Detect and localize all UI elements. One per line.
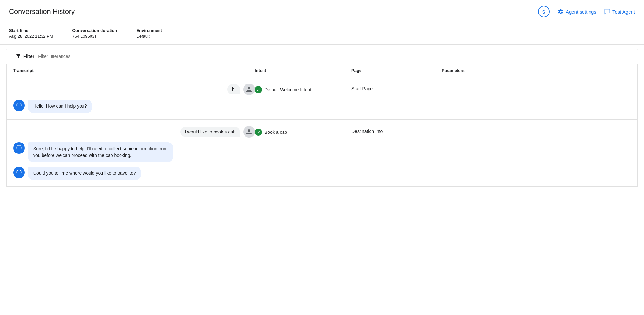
filter-bar: Filter xyxy=(6,49,638,64)
start-time-label: Start time xyxy=(9,28,53,33)
table-header: Transcript Intent Page Parameters xyxy=(7,64,637,77)
filter-input[interactable] xyxy=(38,54,135,59)
agent-message-row-2b: Could you tell me where would you like t… xyxy=(13,167,255,180)
environment-info: Environment Default xyxy=(136,28,162,39)
headset-icon-1 xyxy=(16,102,22,109)
params-col-2 xyxy=(442,126,631,129)
col-transcript: Transcript xyxy=(13,68,255,73)
page-col-2: Destination Info xyxy=(351,126,442,134)
gear-icon xyxy=(557,8,564,15)
checkmark-icon xyxy=(256,87,261,92)
agent-bubble-1: Hello! How can I help you? xyxy=(28,100,92,113)
avatar: S xyxy=(538,6,550,17)
header: Conversation History S Agent settings Te… xyxy=(0,0,644,22)
check-icon-2 xyxy=(255,129,262,136)
intent-col-2: Book a cab xyxy=(255,126,351,136)
agent-avatar-1 xyxy=(13,100,25,111)
agent-bubble-2a: Sure, I'd be happy to help. I'll need to… xyxy=(28,142,173,162)
agent-bubble-2b: Could you tell me where would you like t… xyxy=(28,167,141,180)
environment-value: Default xyxy=(136,34,162,39)
checkmark-icon-2 xyxy=(256,130,261,134)
chat-icon xyxy=(604,8,610,15)
headset-icon-2a xyxy=(16,145,22,151)
environment-label: Environment xyxy=(136,28,162,33)
conversation-table: Transcript Intent Page Parameters hi xyxy=(6,64,638,187)
agent-settings-label: Agent settings xyxy=(566,9,596,15)
agent-message-row-1: Hello! How can I help you? xyxy=(13,100,255,113)
user-message-row-1: hi xyxy=(13,84,255,95)
intent-badge-2: Book a cab xyxy=(255,129,287,136)
test-agent-label: Test Agent xyxy=(612,9,635,15)
agent-settings-button[interactable]: Agent settings xyxy=(557,8,596,15)
col-intent: Intent xyxy=(255,68,351,73)
table-row: hi Hello! How can I help you? xyxy=(7,77,637,120)
meta-bar: Start time Aug 28, 2022 11:32 PM Convers… xyxy=(0,22,644,45)
user-bubble-1: hi xyxy=(227,84,240,94)
duration-label: Conversation duration xyxy=(72,28,117,33)
start-time-value: Aug 28, 2022 11:32 PM xyxy=(9,34,53,39)
duration-value: 764.109603s xyxy=(72,34,117,39)
user-avatar-2 xyxy=(243,126,255,138)
page-title: Conversation History xyxy=(9,7,75,16)
intent-name-2: Book a cab xyxy=(264,130,287,135)
filter-button[interactable]: Filter xyxy=(15,54,34,59)
params-col-1 xyxy=(442,84,631,86)
check-icon-1 xyxy=(255,86,262,93)
agent-avatar-2b xyxy=(13,167,25,178)
intent-name-1: Default Welcome Intent xyxy=(264,87,311,92)
test-agent-button[interactable]: Test Agent xyxy=(604,8,635,15)
intent-badge-1: Default Welcome Intent xyxy=(255,86,311,93)
table-row: I would like to book a cab Sure, I'd be … xyxy=(7,120,637,187)
person-icon xyxy=(246,86,252,93)
col-parameters: Parameters xyxy=(442,68,631,73)
filter-label: Filter xyxy=(23,54,34,59)
transcript-col-1: hi Hello! How can I help you? xyxy=(13,84,255,113)
agent-avatar-2a xyxy=(13,142,25,154)
page-col-1: Start Page xyxy=(351,84,442,91)
user-avatar-1 xyxy=(243,84,255,95)
start-time-info: Start time Aug 28, 2022 11:32 PM xyxy=(9,28,53,39)
duration-info: Conversation duration 764.109603s xyxy=(72,28,117,39)
agent-message-row-2a: Sure, I'd be happy to help. I'll need to… xyxy=(13,142,255,162)
person-icon-2 xyxy=(246,129,252,135)
intent-col-1: Default Welcome Intent xyxy=(255,84,351,93)
headset-icon-2b xyxy=(16,169,22,176)
col-page: Page xyxy=(351,68,442,73)
user-bubble-2: I would like to book a cab xyxy=(180,127,240,137)
header-actions: S Agent settings Test Agent xyxy=(538,6,635,17)
user-message-row-2: I would like to book a cab xyxy=(13,126,255,138)
filter-icon xyxy=(15,54,21,59)
transcript-col-2: I would like to book a cab Sure, I'd be … xyxy=(13,126,255,180)
